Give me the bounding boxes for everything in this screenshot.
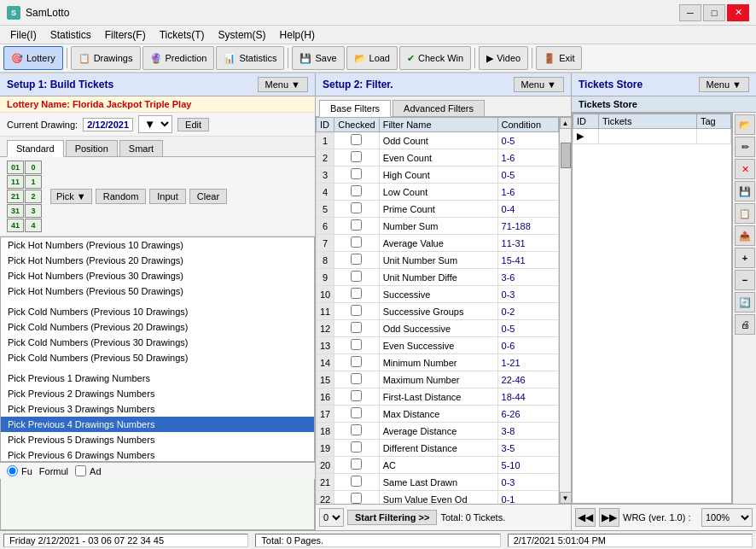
- toolbar-save-button[interactable]: 💾 Save: [292, 46, 344, 70]
- start-filtering-button[interactable]: Start Filtering >>: [347, 510, 437, 525]
- filter-row[interactable]: 8Unit Number Sum15-41: [317, 252, 559, 269]
- filter-row[interactable]: 19Different Distance3-5: [317, 440, 559, 457]
- scroll-up-arrow[interactable]: ▲: [560, 117, 572, 129]
- tab-base-filters[interactable]: Base Filters: [319, 100, 391, 117]
- maximize-button[interactable]: □: [703, 4, 725, 21]
- nav-next-button[interactable]: ▶▶: [599, 508, 619, 527]
- toolbar-statistics-button[interactable]: 📊 Statistics: [216, 46, 284, 70]
- filter-row-checked[interactable]: [334, 457, 379, 474]
- filter-row[interactable]: 10Successive0-3: [317, 286, 559, 303]
- ts-refresh-button[interactable]: 🔄: [735, 292, 755, 312]
- filter-row-checked[interactable]: [334, 303, 379, 320]
- filter-row-checked[interactable]: [334, 423, 379, 440]
- ts-export-button[interactable]: 📤: [735, 225, 755, 246]
- ts-open-button[interactable]: 📂: [735, 114, 755, 135]
- menu-file[interactable]: File(I): [3, 27, 44, 43]
- list-item-11[interactable]: Pick Previous 1 Drawing Numbers: [1, 371, 314, 386]
- filter-row-checked[interactable]: [334, 371, 379, 388]
- edit-drawing-button[interactable]: Edit: [177, 118, 209, 131]
- filter-row-checked[interactable]: [334, 166, 379, 184]
- list-item-16[interactable]: Pick Previous 6 Drawings Numbers: [1, 447, 314, 462]
- filter-row[interactable]: 16First-Last Distance18-44: [317, 388, 559, 406]
- menu-tickets[interactable]: Tickets(T): [153, 27, 212, 43]
- menu-system[interactable]: System(S): [212, 27, 273, 43]
- toolbar-drawings-button[interactable]: 📋 Drawings: [71, 46, 141, 70]
- filter-row-checked[interactable]: [334, 235, 379, 252]
- menu-filters[interactable]: Filters(F): [98, 27, 153, 43]
- filter-row[interactable]: 6Number Sum71-188: [317, 218, 559, 235]
- menu-help[interactable]: Help(H): [273, 27, 322, 43]
- clear-button[interactable]: Clear: [189, 189, 227, 204]
- toolbar-video-button[interactable]: ▶ Video: [479, 46, 528, 70]
- filter-row[interactable]: 1Odd Count0-5: [317, 132, 559, 149]
- filter-row[interactable]: 18Average Distance3-8: [317, 423, 559, 440]
- filter-row-checked[interactable]: [334, 491, 379, 505]
- toolbar-exit-button[interactable]: 🚪 Exit: [536, 46, 582, 70]
- filter-row-checked[interactable]: [334, 474, 379, 491]
- ts-copy-button[interactable]: 📋: [735, 203, 755, 224]
- filter-row[interactable]: 20AC5-10: [317, 457, 559, 474]
- list-item-13[interactable]: Pick Previous 3 Drawings Numbers: [1, 401, 314, 417]
- filter-row-checked[interactable]: [334, 269, 379, 286]
- nav-prev-button[interactable]: ◀◀: [575, 508, 596, 527]
- filter-row[interactable]: 21Same Last Drawn0-3: [317, 474, 559, 491]
- filter-row-checked[interactable]: [334, 388, 379, 406]
- list-item-7[interactable]: Pick Cold Numbers (Previous 20 Drawings): [1, 319, 314, 335]
- toolbar-prediction-button[interactable]: 🔮 Prediction: [142, 46, 215, 70]
- filter-row-checked[interactable]: [334, 201, 379, 218]
- fu-radio[interactable]: [7, 465, 18, 476]
- ts-save-button[interactable]: 💾: [735, 181, 755, 201]
- filter-row-checked[interactable]: [334, 149, 379, 166]
- ts-print-button[interactable]: 🖨: [735, 314, 755, 335]
- list-item-3[interactable]: Pick Hot Numbers (Previous 30 Drawings): [1, 268, 314, 283]
- ts-add-button[interactable]: +: [735, 248, 755, 268]
- ts-delete-button[interactable]: ✕: [735, 159, 755, 179]
- filter-row[interactable]: 11Successive Groups0-2: [317, 303, 559, 320]
- ts-edit-button[interactable]: ✏: [735, 137, 755, 157]
- menu-statistics[interactable]: Statistics: [44, 27, 98, 43]
- filter-row-checked[interactable]: [334, 286, 379, 303]
- left-panel-menu-button[interactable]: Menu ▼: [258, 77, 308, 92]
- filter-row[interactable]: 4Low Count1-6: [317, 184, 559, 201]
- pick-button[interactable]: Pick ▼: [50, 189, 92, 204]
- random-button[interactable]: Random: [96, 189, 147, 204]
- filter-select[interactable]: 0: [319, 508, 344, 527]
- middle-panel-menu-button[interactable]: Menu ▼: [514, 77, 564, 92]
- filter-row-checked[interactable]: [334, 218, 379, 235]
- scroll-down-arrow[interactable]: ▼: [560, 492, 572, 504]
- filter-row[interactable]: 9Unit Number Diffe3-6: [317, 269, 559, 286]
- drawing-date-dropdown[interactable]: ▼: [138, 115, 172, 133]
- ts-remove-button[interactable]: −: [735, 270, 755, 290]
- tab-standard[interactable]: Standard: [7, 140, 64, 157]
- filter-row-checked[interactable]: [334, 440, 379, 457]
- list-item-14[interactable]: Pick Previous 4 Drawings Numbers: [1, 417, 314, 432]
- filter-row[interactable]: 3High Count0-5: [317, 166, 559, 184]
- list-item-2[interactable]: Pick Hot Numbers (Previous 20 Drawings): [1, 253, 314, 268]
- tab-position[interactable]: Position: [66, 140, 118, 156]
- filter-row[interactable]: 22Sum Value Even Od0-1: [317, 491, 559, 505]
- filter-row-checked[interactable]: [334, 252, 379, 269]
- ad-checkbox[interactable]: [75, 465, 86, 476]
- list-item-1[interactable]: Pick Hot Numbers (Previous 10 Drawings): [1, 237, 314, 253]
- filter-row-checked[interactable]: [334, 337, 379, 354]
- filter-row[interactable]: 14Minimum Number1-21: [317, 354, 559, 371]
- list-item-8[interactable]: Pick Cold Numbers (Previous 30 Drawings): [1, 335, 314, 350]
- minimize-button[interactable]: ─: [679, 4, 701, 21]
- zoom-select[interactable]: 100% 50% 75% 125% 150%: [701, 508, 753, 527]
- list-item-6[interactable]: Pick Cold Numbers (Previous 10 Drawings): [1, 304, 314, 319]
- filter-row-checked[interactable]: [334, 320, 379, 337]
- filter-row-checked[interactable]: [334, 354, 379, 371]
- filter-row-checked[interactable]: [334, 406, 379, 423]
- filter-row[interactable]: 2Even Count1-6: [317, 149, 559, 166]
- toolbar-load-button[interactable]: 📂 Load: [346, 46, 398, 70]
- right-panel-menu-button[interactable]: Menu ▼: [699, 77, 749, 92]
- filter-row[interactable]: 17Max Distance6-26: [317, 406, 559, 423]
- list-item-4[interactable]: Pick Hot Numbers (Previous 50 Drawings): [1, 283, 314, 299]
- close-button[interactable]: ✕: [727, 4, 749, 21]
- list-item-12[interactable]: Pick Previous 2 Drawings Numbers: [1, 386, 314, 401]
- tab-advanced-filters[interactable]: Advanced Filters: [393, 100, 485, 116]
- tab-smart[interactable]: Smart: [119, 140, 163, 156]
- scroll-thumb[interactable]: [561, 143, 571, 168]
- filter-row-checked[interactable]: [334, 132, 379, 149]
- filter-row[interactable]: 13Even Successive0-6: [317, 337, 559, 354]
